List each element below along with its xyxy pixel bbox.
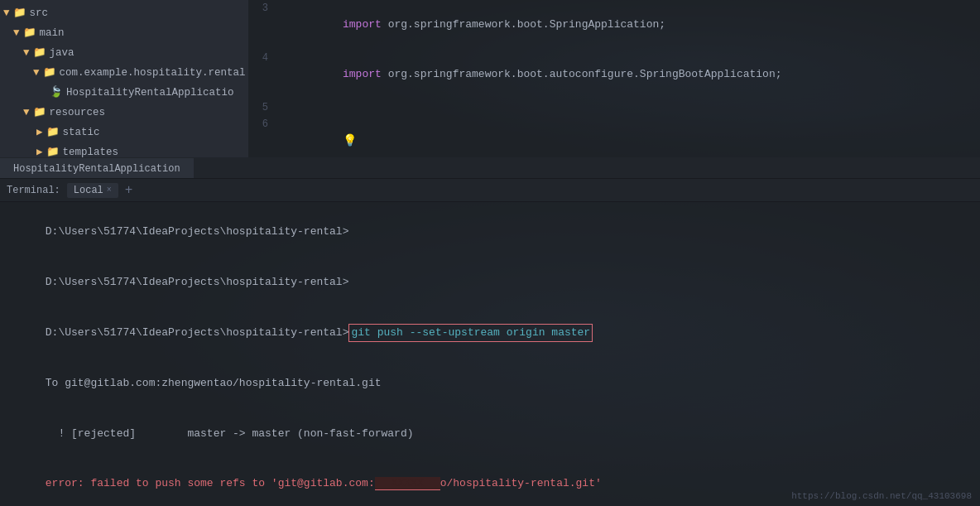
lightbulb-icon: 💡 <box>343 134 357 147</box>
import-keyword: import <box>343 18 388 31</box>
folder-open-icon: ▼ <box>23 45 30 61</box>
top-area: ▼ 📁 src ▼ 📁 main ▼ 📁 java ▼ 📁 com.exampl… <box>0 0 980 157</box>
term-info: ! [rejected] master -> master (non-fast-… <box>46 427 414 440</box>
terminal-body: D:\Users\51774\IdeaProjects\hospitality-… <box>0 202 980 506</box>
folder-icon-java: 📁 <box>33 45 46 61</box>
import-path: org.springframework.boot.SpringApplicati… <box>388 18 665 31</box>
folder-open-icon: ▼ <box>33 65 40 81</box>
tree-label: resources <box>50 104 106 121</box>
folder-open-icon: ▼ <box>3 5 10 22</box>
folder-open-icon: ▼ <box>23 104 30 121</box>
terminal-wrapper: Terminal: Local × + D:\Users\51774\IdeaP… <box>0 179 980 506</box>
folder-icon-static: 📁 <box>46 124 60 141</box>
tree-label: static <box>63 124 100 141</box>
terminal-label: Terminal: <box>7 185 60 196</box>
folder-icon-src: 📁 <box>13 5 26 22</box>
folder-open-icon: ▼ <box>13 25 20 41</box>
tree-item-src[interactable]: ▼ 📁 src <box>0 3 248 23</box>
terminal-tab-bar: Terminal: Local × + <box>0 179 980 202</box>
tree-label: src <box>30 5 49 22</box>
term-line-1: D:\Users\51774\IdeaProjects\hospitality-… <box>7 207 973 257</box>
term-line-5: ! [rejected] master -> master (non-fast-… <box>7 409 973 459</box>
tree-item-resources[interactable]: ▼ 📁 resources <box>0 103 248 123</box>
code-editor: 3 import org.springframework.boot.Spring… <box>248 0 980 157</box>
git-cmd-boxed: git push --set-upstream origin master <box>348 324 593 342</box>
censored-text: XXXXX <box>375 477 440 490</box>
tree-item-java[interactable]: ▼ 📁 java <box>0 43 248 63</box>
code-line-3: 3 import org.springframework.boot.Spring… <box>248 0 980 50</box>
watermark: https://blog.csdn.net/qq_43103698 <box>791 491 972 501</box>
tree-item-package[interactable]: ▼ 📁 com.example.hospitality.rental <box>0 63 248 83</box>
tree-label: HospitalityRentalApplicatio <box>66 84 234 101</box>
folder-right-icon2: ▶ <box>36 144 43 157</box>
terminal-tab-close[interactable]: × <box>107 186 112 195</box>
term-line-3: D:\Users\51774\IdeaProjects\hospitality-… <box>7 307 973 359</box>
term-error-text2: o/hospitality-rental.git' <box>440 477 602 489</box>
terminal-tab-name: Local <box>74 185 103 196</box>
editor-tab-label: HospitalityRentalApplication <box>13 163 180 175</box>
editor-tab[interactable]: HospitalityRentalApplication <box>0 158 194 178</box>
tree-label: templates <box>63 144 119 157</box>
terminal-add-button[interactable]: + <box>125 183 133 198</box>
code-line-6: 6 💡 <box>248 116 980 157</box>
term-line-4: To git@gitlab.com:zhengwentao/hospitalit… <box>7 359 973 408</box>
tree-item-app[interactable]: 🍃 HospitalityRentalApplicatio <box>0 83 248 103</box>
tree-label: java <box>50 45 74 61</box>
term-prompt: D:\Users\51774\IdeaProjects\hospitality-… <box>46 225 349 238</box>
term-prompt: D:\Users\51774\IdeaProjects\hospitality-… <box>46 276 349 288</box>
term-prompt: D:\Users\51774\IdeaProjects\hospitality-… <box>46 326 349 339</box>
tree-label: main <box>40 25 65 41</box>
import-keyword: import <box>343 68 388 80</box>
git-cmd-text: git push --set-upstream origin master <box>351 326 590 339</box>
code-line-5: 5 <box>248 99 980 116</box>
term-info: To git@gitlab.com:zhengwentao/hospitalit… <box>46 377 382 389</box>
folder-icon-pkg: 📁 <box>43 65 56 81</box>
folder-icon-main: 📁 <box>23 25 36 41</box>
code-lines: 3 import org.springframework.boot.Spring… <box>248 0 980 157</box>
folder-right-icon: ▶ <box>36 124 43 141</box>
spring-icon: 🍃 <box>50 84 63 101</box>
tree-item-templates[interactable]: ▶ 📁 templates <box>0 142 248 157</box>
tree-item-static[interactable]: ▶ 📁 static <box>0 123 248 142</box>
file-tree: ▼ 📁 src ▼ 📁 main ▼ 📁 java ▼ 📁 com.exampl… <box>0 0 248 157</box>
term-line-2: D:\Users\51774\IdeaProjects\hospitality-… <box>7 257 973 306</box>
file-tab-bar: HospitalityRentalApplication <box>0 157 980 179</box>
term-error-text: error: failed to push some refs to 'git@… <box>46 477 375 489</box>
import-path: org.springframework.boot.autoconfigure.S… <box>388 68 782 80</box>
terminal-tab-local[interactable]: Local × <box>67 183 118 198</box>
code-line-4: 4 import org.springframework.boot.autoco… <box>248 50 980 99</box>
tree-item-main[interactable]: ▼ 📁 main <box>0 23 248 43</box>
folder-icon-res: 📁 <box>33 104 46 121</box>
tree-label: com.example.hospitality.rental <box>60 65 246 81</box>
folder-icon-templates: 📁 <box>46 144 60 157</box>
